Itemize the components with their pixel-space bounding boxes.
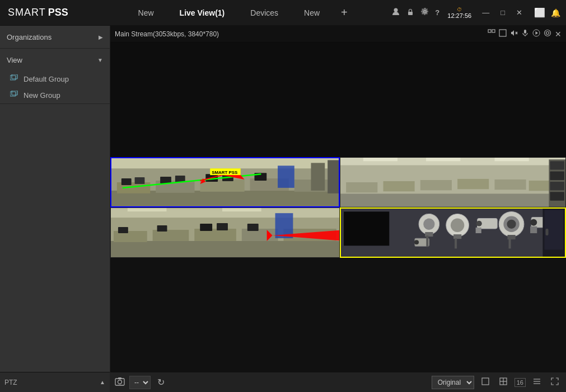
cam-close-icon[interactable]: ✕ (555, 30, 562, 39)
svg-rect-34 (278, 166, 294, 188)
ptz-bar[interactable]: PTZ ▲ (0, 372, 110, 392)
camera-cell-top-right[interactable] (340, 157, 566, 207)
clock-area: ⏱ 12:27:56 (447, 7, 471, 19)
svg-rect-32 (328, 160, 339, 193)
new-group-label: New Group (24, 91, 60, 100)
svg-point-15 (545, 30, 551, 36)
svg-rect-97 (426, 235, 428, 247)
svg-rect-99 (508, 238, 511, 248)
lock-icon[interactable] (406, 7, 415, 18)
main-layout: Organizations ▶ View ▼ Default Group New… (0, 26, 566, 392)
clock-icon: ⏱ (457, 7, 462, 12)
camera-main-view (110, 42, 566, 157)
fullscreen-icon[interactable] (488, 29, 495, 39)
close-button[interactable]: ✕ (513, 7, 525, 18)
organizations-arrow-icon: ▶ (99, 34, 103, 40)
svg-rect-59 (111, 240, 339, 257)
window-icon[interactable] (499, 29, 507, 39)
svg-rect-11 (524, 30, 526, 34)
fullscreen-toggle-icon[interactable] (548, 376, 562, 389)
snapshot-icon[interactable] (544, 29, 551, 39)
edit-layout-icon[interactable] (530, 376, 544, 389)
svg-point-86 (476, 220, 482, 226)
mute-icon[interactable] (510, 29, 518, 39)
svg-rect-102 (545, 228, 548, 235)
view-section: View ▼ Default Group New Group (0, 49, 110, 104)
ptz-expand-icon: ▲ (100, 379, 105, 385)
default-group-label: Default Group (24, 75, 69, 83)
svg-rect-68 (118, 227, 128, 233)
sidebar-item-default-group[interactable]: Default Group (0, 71, 110, 87)
office-scene-top: SMART PSS (111, 158, 339, 206)
svg-text:SMART PSS: SMART PSS (212, 170, 237, 175)
topbar: SMART PSS New Live View(1) Devices New +… (0, 0, 566, 26)
camera-cell-bottom-left[interactable] (110, 207, 340, 258)
app-logo: SMART PSS (0, 7, 90, 18)
svg-rect-62 (222, 208, 261, 211)
maximize-button[interactable]: □ (498, 7, 508, 18)
camera-feed-office1: SMART PSS (111, 158, 339, 206)
quad-view-icon[interactable] (497, 376, 510, 389)
group-icon (10, 74, 19, 84)
view-mode-select[interactable]: Original (432, 376, 474, 389)
svg-rect-55 (550, 171, 564, 180)
svg-rect-50 (457, 178, 489, 188)
svg-rect-18 (111, 158, 339, 168)
view-header[interactable]: View ▼ (0, 49, 110, 71)
svg-rect-2 (10, 75, 16, 80)
svg-rect-49 (420, 180, 452, 190)
settings-icon[interactable] (420, 7, 429, 18)
svg-rect-5 (12, 91, 17, 95)
record-icon: ⬜ (534, 7, 545, 18)
svg-rect-78 (344, 211, 389, 245)
svg-point-80 (423, 218, 434, 229)
nav-liveview[interactable]: Live View(1) (175, 6, 230, 20)
nav-new2[interactable]: New (300, 6, 324, 20)
refresh-button[interactable]: ↻ (155, 376, 167, 389)
svg-rect-26 (135, 177, 145, 184)
svg-rect-46 (494, 158, 528, 161)
single-view-icon[interactable] (479, 376, 492, 389)
recording-dropdown[interactable]: -- (129, 376, 151, 389)
nav-new1[interactable]: New (134, 6, 158, 20)
camera-cell-bottom-right[interactable] (340, 207, 566, 258)
svg-rect-45 (426, 158, 460, 161)
svg-rect-98 (455, 238, 457, 248)
svg-rect-105 (118, 377, 121, 379)
nav-devices[interactable]: Devices (246, 6, 283, 20)
svg-rect-51 (494, 179, 526, 189)
camera-header: Main Stream(3053kbps, 3840*780) (110, 26, 566, 42)
svg-rect-70 (200, 224, 212, 231)
camera-feed-fisheye (111, 208, 339, 257)
organizations-section: Organizations ▶ (0, 26, 110, 49)
organizations-header[interactable]: Organizations ▶ (0, 26, 110, 48)
camera-cell-top-left[interactable]: SMART PSS (110, 157, 340, 207)
svg-rect-8 (499, 30, 506, 36)
svg-rect-54 (550, 161, 564, 169)
microphone-icon[interactable] (521, 29, 529, 39)
view-arrow-icon: ▼ (97, 57, 103, 63)
svg-rect-27 (160, 177, 171, 183)
nav-bar: New Live View(1) Devices New + (90, 6, 391, 20)
svg-rect-61 (128, 208, 167, 211)
svg-rect-33 (311, 163, 325, 191)
svg-rect-6 (488, 30, 491, 32)
cam-below-grid (110, 258, 566, 372)
svg-rect-57 (550, 192, 564, 200)
minimize-button[interactable]: — (479, 7, 492, 18)
notification-bell-icon[interactable]: 🔔 (551, 8, 560, 17)
screenshot-button[interactable] (115, 377, 125, 388)
svg-rect-69 (157, 225, 167, 232)
play-icon[interactable] (532, 29, 540, 39)
count-16-label[interactable]: 16 (514, 378, 526, 387)
svg-rect-72 (247, 224, 259, 231)
svg-rect-44 (363, 158, 397, 161)
user-icon[interactable] (391, 7, 400, 18)
nav-add-button[interactable]: + (341, 6, 348, 19)
help-icon[interactable]: ? (435, 8, 439, 17)
svg-rect-1 (408, 12, 413, 15)
content-area: Main Stream(3053kbps, 3840*780) (110, 26, 566, 392)
sidebar-item-new-group[interactable]: New Group (0, 87, 110, 103)
camera-grid: SMART PSS (110, 157, 566, 258)
camera-feed-cameras-room (341, 209, 565, 257)
